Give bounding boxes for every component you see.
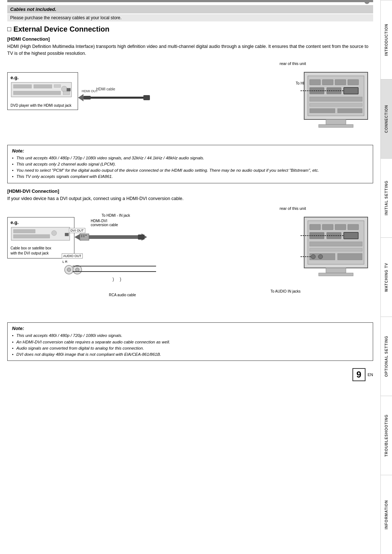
section-number-icon: □ [7, 25, 11, 33]
svg-rect-35 [65, 233, 69, 236]
svg-rect-25 [310, 109, 335, 113]
svg-rect-18 [335, 80, 346, 85]
svg-point-66 [318, 254, 323, 259]
hdmi-note-item-4: This TV only accepts signals compliant w… [12, 174, 368, 180]
hdmi-device-caption: DVD player with the HDMI output jack [11, 103, 75, 107]
sidebar-tab-connection[interactable]: CONNECTION [381, 79, 392, 158]
hdmi-dvi-note-item-2: An HDMI-DVI conversion cable requires a … [12, 339, 368, 345]
svg-rect-24 [310, 103, 362, 106]
cables-title: Cables not included. [10, 7, 370, 12]
hdmi-dvi-cable-label: To HDMI - IN jack [102, 213, 130, 217]
hdmi-note-item-1: This unit accepts 480i / 480p / 720p / 1… [12, 155, 368, 161]
hdmi-dvi-note-item-4: DVI does not display 480i image that is … [12, 351, 368, 358]
svg-text:HDMI cable: HDMI cable [96, 87, 115, 91]
sidebar-tab-initial-setting[interactable]: INITIAL SETTING [381, 158, 392, 237]
dvi-rear-label: rear of this unit [279, 206, 306, 211]
svg-text:): ) [120, 277, 121, 282]
svg-rect-2 [34, 85, 52, 88]
svg-rect-31 [11, 227, 70, 240]
sidebar-tab-watching-tv[interactable]: WATCHING TV [381, 237, 392, 317]
dvi-tv-svg [301, 213, 373, 293]
section-title-text: External Device Connection [13, 25, 110, 33]
svg-rect-17 [322, 80, 333, 85]
page-footer: 9 EN [7, 368, 373, 381]
hdmi-note-item-3: You need to select "PCM" for the digital… [12, 167, 368, 174]
hdmi-dvi-connection-header: [HDMI-DVI Connection] [7, 188, 373, 194]
svg-rect-46 [83, 236, 85, 237]
svg-point-37 [67, 268, 71, 272]
hdmi-cable-svg: HDMI OUT HDMI cable [78, 85, 302, 114]
hdmi-dvi-connection-desc: If your video device has a DVI output ja… [7, 195, 373, 202]
svg-rect-60 [344, 232, 358, 239]
hdmi-dvi-note-item-3: Audio signals are converted from digital… [12, 345, 368, 351]
svg-rect-61 [310, 242, 362, 246]
svg-rect-55 [322, 224, 333, 230]
hdmi-connection-desc: HDMI (High Definition Multimedia Interfa… [7, 43, 373, 57]
svg-rect-34 [13, 235, 50, 238]
hdmi-dvi-note-item-1: This unit accepts 480i / 480p / 720p / 1… [12, 333, 368, 339]
svg-rect-67 [326, 268, 346, 273]
hdmi-note-item-2: This unit accepts only 2 channel audio s… [12, 161, 368, 167]
svg-rect-28 [326, 119, 346, 125]
hdmi-tv-svg [301, 69, 373, 139]
hdmi-note-box: Note: This unit accepts 480i / 480p / 72… [7, 145, 373, 183]
svg-rect-57 [348, 224, 359, 230]
svg-point-65 [311, 254, 315, 259]
to-audio-label: To AUDIO IN jacks [270, 289, 301, 293]
svg-rect-16 [310, 80, 320, 85]
hdmi-diagram: rear of this unit e.g. DVD player with t… [7, 61, 373, 141]
svg-rect-64 [338, 253, 362, 260]
svg-rect-26 [338, 109, 362, 113]
page-lang: EN [368, 372, 373, 377]
svg-rect-54 [310, 224, 320, 230]
hdmi-device-box: e.g. DVD player with the HDMI output jac… [7, 72, 78, 110]
cables-banner: Cables not included. [7, 5, 373, 13]
hdmi-dvi-note-box: Note: This unit accepts 480i / 480p / 72… [7, 322, 373, 361]
hdmi-connection-section: [HDMI Connection] HDMI (High Definition … [7, 36, 373, 183]
dvi-device-box: e.g. Cable box or satellite box with the… [7, 217, 74, 258]
svg-rect-5 [13, 91, 61, 95]
hdmi-rear-label: rear of this unit [279, 61, 306, 66]
svg-text:): ) [113, 277, 114, 282]
svg-rect-62 [310, 248, 362, 251]
svg-rect-7 [67, 88, 70, 91]
page-number: 9 [352, 368, 366, 381]
hdmi-device-eg-label: e.g. [11, 75, 75, 80]
hdmi-tv-rear [301, 69, 373, 140]
svg-rect-3 [54, 85, 61, 87]
svg-rect-44 [85, 235, 87, 236]
svg-point-33 [52, 231, 57, 236]
svg-rect-56 [335, 224, 346, 230]
svg-rect-12 [91, 97, 143, 98]
audio-out-label: AUDIO OUT [62, 253, 83, 258]
svg-rect-68 [319, 273, 353, 276]
svg-rect-11 [83, 96, 91, 99]
audio-cable-svg: ) ) [73, 259, 163, 295]
hdmi-dvi-diagram: rear of this unit e.g. Cable box or sate… [7, 206, 373, 315]
svg-rect-47 [138, 235, 144, 240]
svg-rect-32 [13, 229, 35, 233]
sidebar-tab-troubleshooting[interactable]: TROUBLESHOOTING [381, 396, 392, 475]
svg-rect-6 [63, 91, 70, 95]
hdmi-connection-header: [HDMI Connection] [7, 36, 373, 42]
svg-rect-43 [83, 235, 85, 236]
dvd-player-illustration [11, 82, 72, 102]
svg-text:HDMI OUT: HDMI OUT [82, 89, 98, 93]
hdmi-note-title: Note: [12, 148, 368, 154]
svg-rect-29 [319, 125, 353, 127]
svg-rect-42 [81, 235, 82, 236]
main-content: Cables not included. Please purchase the… [0, 0, 380, 388]
dvi-tv-rear [301, 213, 373, 294]
svg-rect-13 [143, 95, 150, 100]
svg-rect-1 [13, 85, 32, 88]
svg-rect-45 [81, 236, 82, 237]
sidebar-tab-optional-setting[interactable]: OPTIONAL SETTING [381, 317, 392, 396]
sidebar-tab-introduction[interactable]: INTRODUCTION [381, 0, 392, 79]
hdmi-cable-area: HDMI OUT HDMI cable To HDMI - IN jack [78, 85, 302, 115]
sidebar-tab-information[interactable]: INFORMATION [381, 475, 392, 554]
dvi-cable-svg [74, 224, 147, 250]
dvi-device-eg-label: e.g. [11, 220, 71, 225]
hdmi-dvi-note-title: Note: [12, 326, 368, 331]
cables-subtitle: Please purchase the necessary cables at … [7, 14, 373, 21]
svg-point-4 [61, 86, 67, 92]
